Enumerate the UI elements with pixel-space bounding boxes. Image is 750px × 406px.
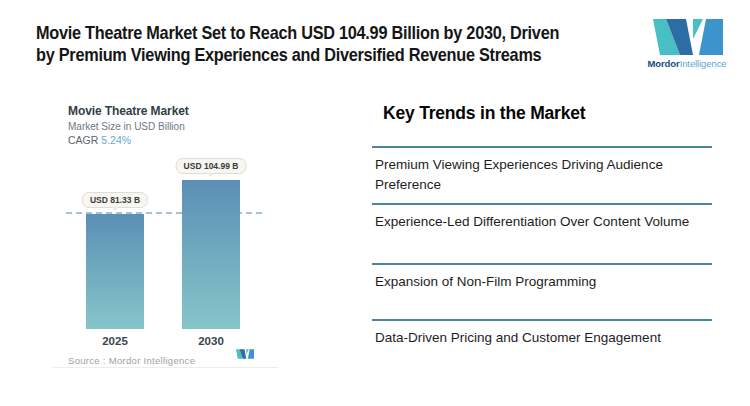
chart-subtitle: Market Size in USD Billion: [68, 121, 185, 132]
cagr-label: CAGR: [68, 134, 98, 146]
bar-chart-plot: USD 81.33 B 2025 USD 104.99 B 2030: [66, 160, 262, 329]
trend-item-3: Expansion of Non-Film Programming: [372, 263, 712, 292]
bar-value-pill: USD 104.99 B: [176, 158, 247, 174]
cagr-value: 5.24%: [101, 134, 131, 146]
brand-wordmark-bold: Mordor: [648, 58, 680, 69]
brand-wordmark-light: Intelligence: [680, 58, 727, 69]
chart-source-text: Source : Mordor Intelligence: [68, 355, 195, 366]
logo-shape-teal-triangle: [693, 19, 703, 39]
mini-logo-shape: [246, 349, 249, 354]
logo-shape-blue-triangle: [699, 19, 723, 55]
bar-group-2025: USD 81.33 B 2025: [86, 160, 144, 329]
x-axis-label-2030: 2030: [182, 335, 240, 347]
chart-title: Movie Theatre Market: [68, 104, 189, 118]
bar-group-2030: USD 104.99 B 2030: [182, 160, 240, 329]
bar-value-pill: USD 81.33 B: [82, 192, 148, 208]
trend-item-2: Experience-Led Differentiation Over Cont…: [372, 203, 712, 232]
brand-wordmark: MordorIntelligence: [631, 58, 743, 69]
mordor-intelligence-logo-icon: [653, 19, 723, 55]
page-title-line2: by Premium Viewing Experiences and Diver…: [36, 44, 599, 66]
mini-logo-shape: [248, 349, 254, 358]
bar-2030: [182, 180, 240, 329]
trend-item-4: Data-Driven Pricing and Customer Engagem…: [372, 319, 712, 348]
chart-source-row: Source : Mordor Intelligence: [68, 350, 268, 368]
trend-item-1: Premium Viewing Experiences Driving Audi…: [372, 146, 712, 195]
page-title-line1: Movie Theatre Market Set to Reach USD 10…: [36, 22, 599, 44]
mordor-intelligence-mini-logo-icon: [236, 349, 254, 359]
x-axis-label-2025: 2025: [86, 335, 144, 347]
market-chart-card: Movie Theatre Market Market Size in USD …: [53, 95, 278, 368]
card-bottom-divider: [53, 367, 278, 368]
bar-2025: [86, 214, 144, 329]
key-trends-heading: Key Trends in the Market: [383, 103, 585, 124]
page-title: Movie Theatre Market Set to Reach USD 10…: [36, 22, 599, 65]
chart-cagr: CAGR5.24%: [68, 134, 131, 146]
